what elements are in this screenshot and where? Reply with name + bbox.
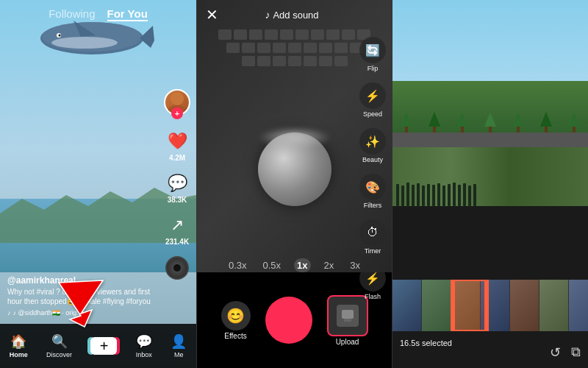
- upload-button[interactable]: [327, 295, 368, 336]
- effects-label: Effects: [224, 332, 246, 340]
- comment-icon: 💬: [166, 172, 188, 194]
- music-disc: [165, 256, 189, 280]
- follow-plus-badge[interactable]: +: [171, 107, 183, 119]
- avatar-container: +: [164, 89, 190, 116]
- svg-point-3: [59, 35, 61, 37]
- right-action-bar: + ❤️ 4.2M 💬 38.3K ↗ 231.4K: [164, 89, 190, 280]
- add-content-button[interactable]: +: [90, 337, 117, 355]
- beauty-tool[interactable]: ✨ Beauty: [359, 128, 386, 163]
- profile-icon: 👤: [171, 333, 187, 350]
- comment-action[interactable]: 💬 38.3K: [166, 172, 188, 204]
- speed-3x[interactable]: 3x: [347, 258, 363, 272]
- discover-icon: 🔍: [51, 333, 68, 350]
- timeline-selection[interactable]: [451, 280, 488, 331]
- beauty-icon: ✨: [359, 128, 386, 155]
- microphone-ball: [258, 132, 331, 206]
- music-note-icon: ♪: [7, 309, 11, 316]
- red-arrow-pointer: [44, 277, 110, 331]
- speed-label: Speed: [363, 110, 382, 118]
- camera-controls-row: 😊 Effects Upload: [197, 295, 392, 346]
- rotate-icon[interactable]: ↺: [550, 344, 561, 361]
- flip-tool[interactable]: 🔄 Flip: [359, 37, 386, 72]
- nav-inbox[interactable]: 💬 Inbox: [136, 333, 152, 358]
- share-icon: ↗: [166, 214, 188, 236]
- timeline-thumbnail-strip[interactable]: [392, 280, 588, 331]
- selection-duration-status: 16.5s selected: [400, 339, 452, 347]
- svg-rect-8: [344, 319, 351, 322]
- discover-label: Discover: [46, 351, 72, 358]
- me-label: Me: [174, 351, 184, 358]
- road-strip: [392, 132, 588, 147]
- camera-topbar: ✕ ♪ Add sound: [197, 0, 392, 29]
- video-preview-secondary: [392, 147, 588, 206]
- copy-icon[interactable]: ⧉: [571, 344, 581, 361]
- nav-me[interactable]: 👤 Me: [171, 333, 187, 358]
- nav-discover[interactable]: 🔍 Discover: [46, 333, 72, 358]
- beauty-label: Beauty: [362, 156, 383, 163]
- selection-handle-left[interactable]: [451, 280, 455, 331]
- timer-label: Timer: [365, 247, 381, 255]
- share-count: 231.4K: [165, 238, 189, 246]
- flip-icon: 🔄: [359, 37, 386, 63]
- upload-icon: [337, 305, 359, 327]
- music-note-icon: ♪: [265, 9, 270, 21]
- thumb-frame-5: [510, 280, 539, 331]
- filters-icon: 🎨: [359, 174, 386, 200]
- upload-label: Upload: [336, 338, 359, 346]
- army-parade-view: [392, 147, 588, 206]
- share-action[interactable]: ↗ 231.4K: [165, 214, 189, 246]
- editor-bottom-bar: 16.5s selected ↺ ⧉: [392, 206, 588, 368]
- speed-05x[interactable]: 0.5x: [260, 258, 284, 272]
- thumb-frame-1: [392, 280, 422, 331]
- heart-icon: ❤️: [166, 130, 188, 152]
- comment-count: 38.3K: [168, 196, 187, 204]
- speed-03x[interactable]: 0.3x: [226, 258, 250, 272]
- tiktok-feed-panel: Following For You + ❤️ 4.2M 💬 38.3K ↗ 23…: [0, 0, 196, 368]
- close-camera-button[interactable]: ✕: [206, 6, 218, 24]
- nav-add[interactable]: +: [90, 337, 117, 355]
- speed-2x[interactable]: 2x: [321, 258, 337, 272]
- filters-tool[interactable]: 🎨 Filters: [359, 174, 386, 209]
- svg-point-4: [51, 37, 118, 49]
- add-sound-control[interactable]: ♪ Add sound: [265, 9, 318, 21]
- thumb-frame-7: [569, 280, 588, 331]
- svg-rect-7: [342, 310, 354, 319]
- selection-handle-right[interactable]: [484, 280, 489, 331]
- effects-icon: 😊: [221, 301, 251, 330]
- inbox-icon: 💬: [136, 333, 152, 350]
- timer-tool[interactable]: ⏱ Timer: [359, 219, 386, 255]
- camera-panel: ✕ ♪ Add sound 🔄 Flip ⚡ Speed ✨ Beauty 🎨 …: [196, 0, 392, 368]
- speed-tool[interactable]: ⚡ Speed: [359, 82, 386, 118]
- for-you-tab[interactable]: For You: [107, 7, 148, 21]
- effects-button[interactable]: 😊 Effects: [221, 301, 251, 340]
- following-tab[interactable]: Following: [49, 7, 95, 21]
- add-sound-label: Add sound: [273, 10, 318, 21]
- like-count: 4.2M: [169, 154, 185, 162]
- filters-label: Filters: [364, 202, 382, 209]
- record-button[interactable]: [265, 297, 312, 344]
- flip-label: Flip: [368, 65, 379, 72]
- like-action[interactable]: ❤️ 4.2M: [166, 130, 188, 162]
- thumb-frame-6: [539, 280, 569, 331]
- thumb-frame-2: [422, 280, 451, 331]
- top-navigation: Following For You: [0, 7, 196, 21]
- inbox-label: Inbox: [136, 351, 152, 358]
- home-label: Home: [10, 351, 28, 358]
- nav-home[interactable]: 🏠 Home: [10, 333, 28, 358]
- speed-selector: 0.3x 0.5x 1x 2x 3x: [197, 258, 392, 272]
- home-icon: 🏠: [10, 333, 26, 350]
- editor-action-icons: ↺ ⧉: [550, 344, 581, 361]
- svg-point-5: [171, 92, 184, 105]
- timer-icon: ⏱: [359, 219, 386, 246]
- flash-label: Flash: [365, 293, 381, 300]
- speed-1x[interactable]: 1x: [294, 258, 310, 272]
- speed-icon: ⚡: [359, 82, 386, 109]
- video-preview-main: [392, 0, 588, 147]
- video-editor-panel: 16.5s selected ↺ ⧉: [392, 0, 588, 368]
